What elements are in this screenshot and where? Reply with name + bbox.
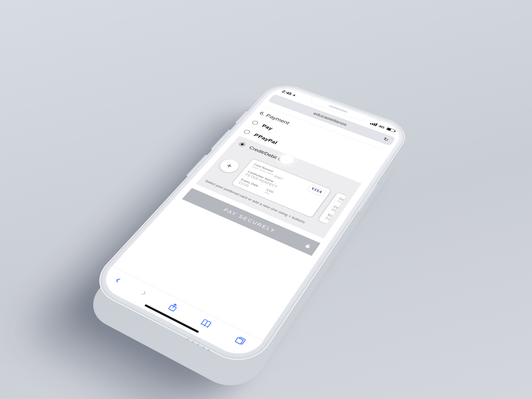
location-icon: ➤ (292, 94, 297, 97)
forward-button[interactable]: › (139, 287, 151, 299)
network-type: 4G (378, 124, 386, 129)
battery-icon (386, 127, 396, 133)
tabs-icon[interactable] (233, 335, 247, 346)
reload-icon[interactable]: ↻ (382, 136, 390, 142)
radio-apple-pay[interactable] (251, 120, 259, 125)
saved-card-1[interactable]: VISA Card Number **** **** **** 4567 Car… (231, 158, 332, 218)
bookmarks-icon[interactable] (199, 318, 213, 329)
pay-button-label: PAY SECURELY (222, 207, 277, 234)
radio-card[interactable] (238, 141, 247, 147)
lock-icon (304, 243, 312, 249)
radio-paypal[interactable] (243, 129, 251, 135)
svg-rect-1 (235, 337, 243, 344)
share-icon[interactable] (167, 302, 180, 312)
apple-pay-label: Pay (261, 123, 274, 131)
page-content: 6. Payment Pay PPayPal (113, 101, 394, 340)
signal-icon (370, 121, 378, 126)
svg-rect-0 (169, 305, 177, 311)
add-card-button[interactable]: + (216, 157, 242, 175)
status-time: 2:45 (281, 89, 293, 96)
back-button[interactable]: ‹ (112, 274, 125, 285)
